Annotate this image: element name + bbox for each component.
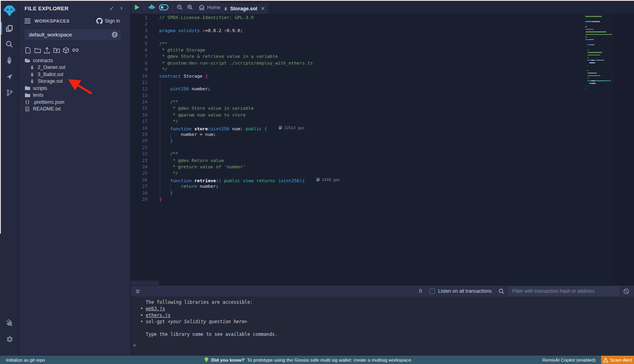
folder-icon: [25, 93, 30, 97]
terminal-link[interactable]: web3.js: [146, 306, 165, 311]
run-script-button[interactable]: [134, 4, 140, 11]
transaction-filter-input[interactable]: [508, 286, 619, 296]
sign-in-button[interactable]: Sign in: [96, 18, 120, 24]
code-line-11: [159, 80, 340, 86]
code-line-25: */: [159, 171, 340, 177]
home-tab-label: Home: [207, 5, 220, 10]
sol-icon: [29, 65, 35, 70]
code-line-7: * @dev Store & retrieve value in a varia…: [159, 54, 340, 60]
horizontal-scrollbar[interactable]: [131, 281, 159, 285]
code-line-16: * @param num value to store: [159, 112, 340, 119]
tree-item-3-ballot-sol[interactable]: 3_Ballot.sol: [19, 71, 130, 78]
code-line-2: [159, 21, 340, 28]
tree-item-label: 2_Owner.sol: [38, 65, 65, 70]
listen-label: Listen on all transactions: [438, 288, 492, 294]
code-line-20: }: [159, 138, 340, 145]
tip-text: To prototype using the Gnosis safe multi…: [247, 357, 412, 363]
code-line-3: pragma solidity >=0.8.2 <0.9.0;: [159, 28, 340, 34]
sidebar-item-git[interactable]: [0, 85, 19, 100]
remix-logo[interactable]: [0, 1, 19, 21]
sidebar-item-search[interactable]: [0, 36, 19, 52]
folder-icon: [25, 86, 30, 90]
gear-icon: [6, 335, 13, 343]
file-explorer-panel: FILE EXPLORER ✓ › WORKSPACES Sign in def…: [19, 1, 131, 356]
tree-item-label: Storage.sol: [38, 78, 63, 84]
code-line-14: /**: [159, 99, 340, 106]
editor-toolbar: Home Storage.sol ✕: [131, 1, 634, 14]
sidebar-item-plugin-manager[interactable]: [0, 315, 19, 331]
code-line-21: [159, 145, 340, 151]
code-line-15: * @dev Store value in variable: [159, 106, 340, 112]
tree-item-label: .prettierrc.json: [33, 99, 64, 105]
tree-item-contracts[interactable]: contracts: [19, 57, 130, 64]
file-tree: contracts2_Owner.sol3_Ballot.solStorage.…: [19, 57, 130, 112]
copilot-status[interactable]: RemixAI Copilot (enabled): [542, 358, 596, 362]
code-line-13: [159, 93, 340, 99]
sidebar-item-file-explorer[interactable]: [0, 21, 19, 36]
sol-icon: [29, 79, 35, 84]
tree-item-tests[interactable]: tests: [19, 92, 130, 99]
deploy-run-icon: [6, 73, 13, 81]
copilot-toggle[interactable]: [159, 4, 168, 11]
tab-home[interactable]: Home: [199, 4, 220, 10]
terminal-line: Type the library name to see available c…: [140, 331, 634, 337]
minimap[interactable]: [585, 15, 612, 90]
git-icon: [6, 89, 13, 96]
search-icon: [5, 40, 13, 48]
upload-folder-button[interactable]: [53, 47, 60, 53]
terminal-line: • sol-gpt <your Solidity question here>: [140, 318, 634, 325]
listen-checkbox[interactable]: [430, 288, 435, 294]
new-folder-button[interactable]: [34, 47, 41, 53]
new-file-button[interactable]: [25, 47, 31, 53]
scam-alert-button[interactable]: Scam Alert: [601, 356, 634, 364]
code-line-10: contract Storage {: [159, 74, 340, 80]
terminal-line: • web3.js: [140, 305, 634, 312]
github-icon: [96, 18, 103, 24]
sign-in-label: Sign in: [105, 18, 120, 24]
ai-assistant-icon[interactable]: [148, 4, 155, 11]
code-line-28: }: [159, 191, 340, 197]
cube-button[interactable]: [63, 47, 69, 53]
sidebar-item-settings[interactable]: [0, 332, 19, 347]
tree-item-scripts[interactable]: scripts: [19, 85, 130, 92]
zoom-in-icon[interactable]: [187, 4, 193, 11]
sidebar-item-solidity-compiler[interactable]: [0, 53, 19, 68]
terminal-collapse-icon[interactable]: [135, 289, 140, 294]
link-button[interactable]: [72, 47, 79, 53]
terminal-prompt[interactable]: >: [133, 343, 634, 348]
terminal-search-icon[interactable]: [498, 288, 504, 294]
gas-estimate: 2410 gas: [317, 177, 340, 182]
clear-terminal-icon[interactable]: [623, 288, 629, 294]
line-numbers: 1234567891011121314151617181920212223242…: [131, 15, 147, 203]
remix-logo-icon: [3, 5, 16, 17]
terminal-link[interactable]: ethers.js: [146, 313, 170, 318]
folder-open-icon: [25, 58, 30, 63]
tab-close-icon[interactable]: ✕: [261, 6, 265, 11]
sol-icon: [29, 72, 35, 77]
upload-file-button[interactable]: [44, 47, 50, 53]
tree-item-2-owner-sol[interactable]: 2_Owner.sol: [19, 64, 130, 71]
tree-item-storage-sol[interactable]: Storage.sol: [19, 78, 130, 85]
zoom-out-icon[interactable]: [177, 4, 183, 11]
git-init-button[interactable]: Initialize as git repo: [6, 358, 45, 362]
code-editor[interactable]: 1234567891011121314151617181920212223242…: [131, 14, 634, 285]
tree-item-readme-txt[interactable]: README.txt: [19, 106, 130, 113]
code-line-22: /**: [159, 151, 340, 158]
check-icon: ✓: [109, 5, 114, 11]
json-icon: {}: [25, 100, 30, 104]
code-line-18: function store(uint256 num) public {2251…: [159, 126, 340, 132]
tab-storage-sol[interactable]: Storage.sol ✕: [220, 3, 269, 14]
tree-item--prettierrc-json[interactable]: {}.prettierrc.json: [19, 99, 130, 106]
chevron-right-icon[interactable]: ›: [120, 4, 122, 11]
code-line-27: return number;: [159, 184, 340, 190]
terminal-output[interactable]: The following libraries are accessible:•…: [131, 297, 634, 356]
solidity-file-icon: [224, 6, 227, 11]
workspace-select[interactable]: default_workspace: [25, 29, 121, 40]
lightbulb-icon: [204, 357, 208, 363]
status-bar: Initialize as git repo Did you know? To …: [0, 356, 634, 364]
code-line-8: * @custom:dev-run-script ./scripts/deplo…: [159, 61, 340, 67]
hamburger-menu-icon[interactable]: [25, 19, 31, 23]
code-content: // SPDX-License-Identifier: GPL-3.0pragm…: [159, 15, 340, 203]
remix-ide-window: FILE EXPLORER ✓ › WORKSPACES Sign in def…: [0, 0, 634, 364]
sidebar-item-deploy-run[interactable]: [0, 69, 19, 84]
